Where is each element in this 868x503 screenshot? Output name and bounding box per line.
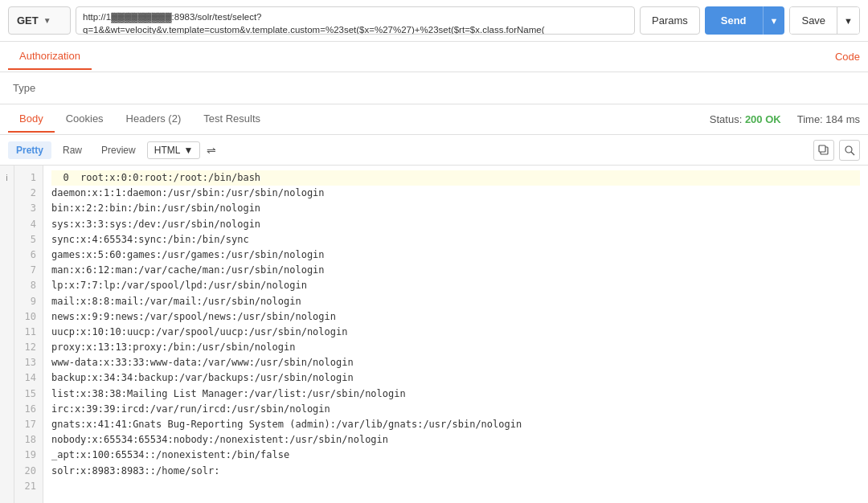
svg-point-2 <box>845 146 852 153</box>
code-link[interactable]: Code <box>835 51 860 63</box>
line-number: 6 <box>14 247 43 263</box>
info-marker <box>0 201 14 216</box>
code-line: news:x:9:9:news:/var/spool/news:/usr/sbi… <box>51 309 860 325</box>
format-type-selector[interactable]: HTML ▼ <box>147 141 201 159</box>
status-value: 200 OK <box>745 113 781 125</box>
info-marker <box>0 294 14 309</box>
info-marker: i <box>0 170 14 186</box>
time-label: Time: 184 ms <box>797 113 860 125</box>
code-line: irc:x:39:39:ircd:/var/run/ircd:/usr/sbin… <box>51 402 860 417</box>
line-number: 3 <box>14 201 43 216</box>
line-number: 19 <box>14 448 43 463</box>
info-marker <box>0 247 14 263</box>
info-marker <box>0 355 14 370</box>
send-dropdown-button[interactable]: ▼ <box>763 6 785 35</box>
type-row: Type <box>0 72 868 104</box>
code-line: backup:x:34:34:backup:/var/backups:/usr/… <box>51 370 860 386</box>
code-line: sys:x:3:3:sys:/dev:/usr/sbin/nologin <box>51 217 860 232</box>
line-number: 21 <box>14 479 43 494</box>
code-line: bin:x:2:2:bin:/bin:/usr/sbin/nologin <box>51 201 860 216</box>
line-number: 20 <box>14 464 43 479</box>
wrap-icon[interactable]: ⇌ <box>203 142 219 158</box>
url-bar: GET ▼ http://1▓▓▓▓▓▓▓▓▓:8983/solr/test/s… <box>0 0 868 42</box>
line-numbers: 123456789101112131415161718192021 <box>14 166 43 503</box>
code-line: man:x:6:12:man:/var/cache/man:/usr/sbin/… <box>51 263 860 278</box>
response-status: Status: 200 OK Time: 184 ms <box>710 113 860 125</box>
send-group: Send ▼ <box>705 6 785 35</box>
code-content[interactable]: 0 root:x:0:0:root:/root:/bin/bashdaemon:… <box>43 166 868 503</box>
info-marker <box>0 186 14 201</box>
response-body: i 123456789101112131415161718192021 0 ro… <box>0 166 868 503</box>
line-number: 9 <box>14 294 43 309</box>
copy-icon[interactable] <box>813 140 834 161</box>
line-number: 17 <box>14 417 43 432</box>
tab-body[interactable]: Body <box>8 106 55 133</box>
line-number: 14 <box>14 370 43 386</box>
save-group: Save ▼ <box>789 6 860 35</box>
info-marker <box>0 402 14 417</box>
format-right <box>813 140 860 161</box>
format-tab-raw[interactable]: Raw <box>55 141 90 159</box>
code-line: www-data:x:33:33:www-data:/var/www:/usr/… <box>51 355 860 370</box>
code-line <box>51 479 860 494</box>
line-number: 11 <box>14 325 43 340</box>
tab-cookies[interactable]: Cookies <box>55 106 115 133</box>
info-marker <box>0 232 14 247</box>
info-marker <box>0 325 14 340</box>
info-marker <box>0 417 14 432</box>
type-label: Type <box>13 82 35 94</box>
save-button[interactable]: Save <box>790 7 837 34</box>
info-marker <box>0 386 14 402</box>
auth-bar: Authorization Code <box>0 42 868 72</box>
save-dropdown-button[interactable]: ▼ <box>837 7 859 34</box>
code-line: proxy:x:13:13:proxy:/bin:/usr/sbin/nolog… <box>51 340 860 355</box>
code-line: games:x:5:60:games:/usr/games:/usr/sbin/… <box>51 247 860 263</box>
line-number: 13 <box>14 355 43 370</box>
url-input[interactable]: http://1▓▓▓▓▓▓▓▓▓:8983/solr/test/select?… <box>76 6 635 35</box>
svg-line-3 <box>851 152 854 155</box>
code-line: list:x:38:38:Mailing List Manager:/var/l… <box>51 386 860 402</box>
line-number: 8 <box>14 278 43 293</box>
line-number: 7 <box>14 263 43 278</box>
auth-tabs: Authorization <box>8 43 92 70</box>
tab-headers[interactable]: Headers (2) <box>115 106 193 133</box>
info-marker <box>0 479 14 494</box>
info-marker <box>0 217 14 232</box>
url-text: http://1▓▓▓▓▓▓▓▓▓:8983/solr/test/select?… <box>83 10 556 35</box>
format-bar: Pretty Raw Preview HTML ▼ ⇌ <box>0 135 868 166</box>
format-type-chevron: ▼ <box>183 145 193 156</box>
auth-tab-authorization[interactable]: Authorization <box>8 43 92 70</box>
code-line: solr:x:8983:8983::/home/solr: <box>51 464 860 479</box>
code-line: 0 root:x:0:0:root:/root:/bin/bash <box>51 170 860 186</box>
info-marker <box>0 263 14 278</box>
format-left: Pretty Raw Preview HTML ▼ ⇌ <box>8 141 219 159</box>
format-tab-preview[interactable]: Preview <box>93 141 144 159</box>
info-gutter: i <box>0 166 14 503</box>
info-marker <box>0 370 14 386</box>
line-number: 15 <box>14 386 43 402</box>
tab-test-results[interactable]: Test Results <box>192 106 272 133</box>
line-number: 12 <box>14 340 43 355</box>
code-line: lp:x:7:7:lp:/var/spool/lpd:/usr/sbin/nol… <box>51 278 860 293</box>
method-value: GET <box>17 14 39 27</box>
code-line: gnats:x:41:41:Gnats Bug-Reporting System… <box>51 417 860 432</box>
search-icon[interactable] <box>839 140 860 161</box>
info-marker <box>0 464 14 479</box>
method-chevron: ▼ <box>43 16 51 25</box>
format-tab-pretty[interactable]: Pretty <box>8 141 51 159</box>
code-line: sync:x:4:65534:sync:/bin:/bin/sync <box>51 232 860 247</box>
time-value: 184 ms <box>825 113 860 125</box>
info-marker <box>0 278 14 293</box>
info-marker <box>0 309 14 325</box>
line-number: 16 <box>14 402 43 417</box>
code-line: _apt:x:100:65534::/nonexistent:/bin/fals… <box>51 448 860 463</box>
code-line: daemon:x:1:1:daemon:/usr/sbin:/usr/sbin/… <box>51 186 860 201</box>
response-tabs: Body Cookies Headers (2) Test Results <box>8 106 272 133</box>
code-line: uucp:x:10:10:uucp:/var/spool/uucp:/usr/s… <box>51 325 860 340</box>
line-number: 1 <box>14 170 43 186</box>
code-line: nobody:x:65534:65534:nobody:/nonexistent… <box>51 432 860 448</box>
method-selector[interactable]: GET ▼ <box>8 6 71 35</box>
send-button[interactable]: Send <box>705 6 763 35</box>
format-type-value: HTML <box>154 145 181 156</box>
params-button[interactable]: Params <box>640 6 700 35</box>
